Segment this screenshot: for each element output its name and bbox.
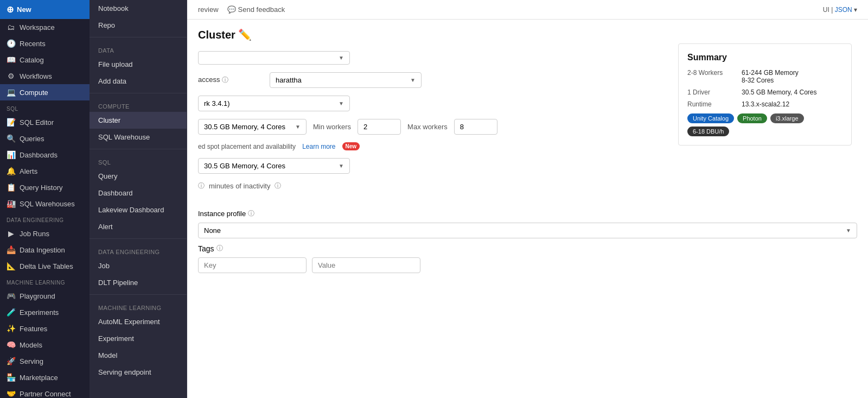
add-tag-key-input[interactable] [198, 257, 307, 273]
access-mode-chevron: ▼ [410, 77, 416, 83]
sidebar-item-catalog[interactable]: 📖 Catalog [0, 52, 90, 68]
sidebar-label-data-ingestion: Data Ingestion [20, 246, 65, 254]
sql-editor-icon: 📝 [7, 118, 15, 127]
experiments-icon: 🧪 [7, 308, 15, 317]
sidebar-label-sql-warehouses: SQL Warehouses [20, 200, 75, 208]
new-button[interactable]: ⊕ New [0, 0, 90, 19]
sidebar-label-sql-editor: SQL Editor [20, 118, 54, 127]
summary-driver-val: 30.5 GB Memory, 4 Cores [742, 89, 817, 96]
sidebar-item-alerts[interactable]: 🔔 Alerts [0, 163, 90, 179]
sidebar-item-models[interactable]: 🧠 Models [0, 337, 90, 353]
instance-profile-value: None [204, 226, 221, 235]
sidebar-label-partner-connect: Partner Connect [20, 390, 71, 398]
dropdown-item-dashboard[interactable]: Dashboard [90, 185, 187, 201]
sidebar-item-sql-editor[interactable]: 📝 SQL Editor [0, 114, 90, 130]
max-workers-input[interactable] [454, 119, 497, 135]
delta-live-tables-icon: 📐 [7, 262, 15, 270]
new-button-label: New [17, 5, 31, 14]
dropdown-section-data-engineering: Data Engineering [90, 242, 187, 257]
dropdown-item-notebook[interactable]: Notebook [90, 0, 187, 17]
sql-warehouses-icon: 🏭 [7, 199, 15, 208]
workspace-icon: 🗂 [7, 23, 15, 31]
driver-type-select[interactable]: 30.5 GB Memory, 4 Cores ▼ [198, 158, 350, 174]
dropdown-item-lakeview-dashboard[interactable]: Lakeview Dashboard [90, 201, 187, 218]
dropdown-item-model[interactable]: Model [90, 347, 187, 364]
inactivity-info-icon[interactable]: ⓘ [275, 181, 281, 191]
sidebar-label-recents: Recents [20, 40, 46, 48]
runtime-select[interactable]: rk 3.4.1) ▼ [198, 96, 350, 111]
sidebar-item-playground[interactable]: 🎮 Playground [0, 288, 90, 304]
playground-icon: 🎮 [7, 292, 15, 300]
autotermination-info-icon[interactable]: ⓘ [198, 181, 205, 191]
policy-select[interactable]: ▼ [198, 51, 350, 65]
sidebar-label-workflows: Workflows [20, 72, 52, 80]
worker-type-select[interactable]: 30.5 GB Memory, 4 Cores ▼ [198, 119, 307, 135]
dropdown-item-job[interactable]: Job [90, 257, 187, 274]
worker-type-value: 30.5 GB Memory, 4 Cores [204, 123, 285, 131]
sidebar-item-delta-live-tables[interactable]: 📐 Delta Live Tables [0, 258, 90, 274]
sidebar-label-delta-live-tables: Delta Live Tables [20, 262, 73, 270]
sidebar-item-data-ingestion[interactable]: 📥 Data Ingestion [0, 242, 90, 258]
dropdown-item-dlt-pipeline[interactable]: DLT Pipeline [90, 274, 187, 291]
models-icon: 🧠 [7, 340, 15, 349]
sidebar-item-partner-connect[interactable]: 🤝 Partner Connect [0, 386, 90, 398]
runtime-value: rk 3.4.1) [204, 99, 230, 108]
sidebar-label-dashboards: Dashboards [20, 151, 58, 159]
instance-profile-info-icon[interactable]: ⓘ [248, 209, 254, 218]
dropdown-item-automl[interactable]: AutoML Experiment [90, 313, 187, 330]
instance-profile-chevron: ▼ [846, 228, 851, 233]
worker-inputs: Min workers Max workers [313, 119, 497, 135]
dropdown-item-cluster[interactable]: Cluster [90, 112, 187, 129]
dropdown-item-alert[interactable]: Alert [90, 218, 187, 235]
review-link[interactable]: review [198, 5, 219, 14]
access-info-icon[interactable]: ⓘ [222, 76, 228, 84]
dropdown-item-query[interactable]: Query [90, 168, 187, 185]
sidebar-item-marketplace[interactable]: 🏪 Marketplace [0, 369, 90, 386]
sidebar-item-serving[interactable]: 🚀 Serving [0, 353, 90, 369]
dropdown-item-experiment[interactable]: Experiment [90, 330, 187, 347]
data-ingestion-icon: 📥 [7, 245, 15, 254]
dropdown-item-sql-warehouse[interactable]: SQL Warehouse [90, 129, 187, 146]
sidebar-item-workflows[interactable]: ⚙ Workflows [0, 68, 90, 84]
summary-workers-cores: 8-32 Cores [742, 77, 774, 84]
instance-profile-select[interactable]: None ▼ [198, 223, 857, 238]
add-tag-value-input[interactable] [312, 257, 420, 273]
sidebar-item-dashboards[interactable]: 📊 Dashboards [0, 147, 90, 163]
summary-driver-row: 1 Driver 30.5 GB Memory, 4 Cores [687, 89, 843, 96]
dropdown-menu: Notebook Repo Data File upload Add data … [90, 0, 187, 398]
sidebar-item-features[interactable]: ✨ Features [0, 320, 90, 337]
sidebar-item-query-history[interactable]: 📋 Query History [0, 179, 90, 195]
sidebar-item-experiments[interactable]: 🧪 Experiments [0, 304, 90, 320]
json-link[interactable]: JSON [835, 6, 852, 14]
sidebar-item-queries[interactable]: 🔍 Queries [0, 130, 90, 147]
tags-info-icon[interactable]: ⓘ [216, 244, 223, 253]
add-tags-row [198, 257, 857, 273]
main-content: review 💬 Send feedback UI | JSON ▾ Clust… [187, 0, 868, 398]
sidebar-label-playground: Playground [20, 292, 55, 300]
dropdown-item-file-upload[interactable]: File upload [90, 56, 187, 73]
learn-more-link[interactable]: Learn more [302, 143, 335, 150]
feedback-link[interactable]: 💬 Send feedback [227, 5, 285, 14]
page-title-row: Cluster ✏️ [187, 20, 868, 46]
sidebar-item-recents[interactable]: 🕐 Recents [0, 35, 90, 52]
dropdown-item-serving-endpoint[interactable]: Serving endpoint [90, 364, 187, 381]
driver-type-value: 30.5 GB Memory, 4 Cores [204, 162, 285, 170]
marketplace-icon: 🏪 [7, 373, 15, 382]
dropdown-item-add-data[interactable]: Add data [90, 73, 187, 90]
access-mode-select[interactable]: harattha ▼ [270, 72, 422, 88]
sidebar-item-compute[interactable]: 💻 Compute [0, 84, 90, 100]
sidebar-item-job-runs[interactable]: ▶ Job Runs [0, 225, 90, 242]
sql-section-label: SQL [0, 100, 90, 114]
min-workers-input[interactable] [358, 119, 401, 135]
sidebar-item-workspace[interactable]: 🗂 Workspace [0, 19, 90, 35]
sidebar-label-experiments: Experiments [20, 308, 59, 317]
tag-instance-type: i3.xlarge [770, 113, 804, 123]
summary-tags: Unity Catalog Photon i3.xlarge 6-18 DBU/… [687, 113, 843, 136]
alerts-icon: 🔔 [7, 167, 15, 175]
inactivity-text: minutes of inactivity [209, 182, 270, 190]
dropdown-item-repo[interactable]: Repo [90, 17, 187, 34]
ui-label[interactable]: UI [823, 6, 829, 14]
summary-workers-memory: 61-244 GB Memory [742, 69, 799, 77]
sidebar-label-alerts: Alerts [20, 167, 37, 175]
sidebar-item-sql-warehouses[interactable]: 🏭 SQL Warehouses [0, 195, 90, 212]
